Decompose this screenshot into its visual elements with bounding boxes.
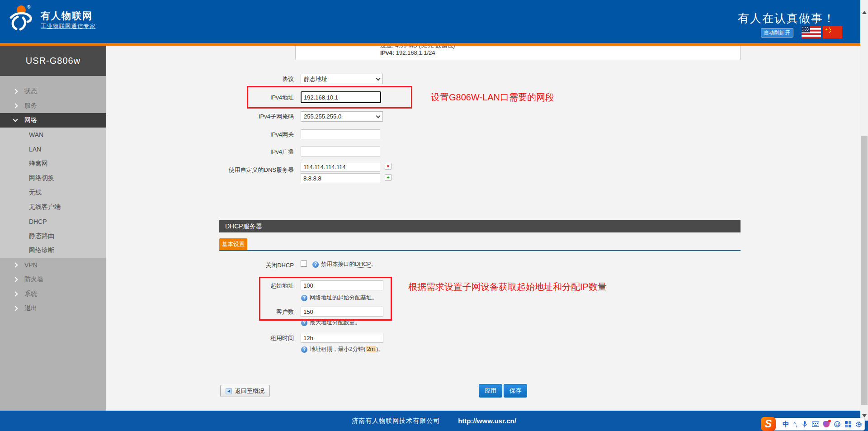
usr-person-logo-icon: ®: [6, 3, 35, 32]
disable-dhcp-checkbox[interactable]: [301, 260, 307, 267]
dns-label: 使用自定义的DNS服务器: [167, 166, 294, 174]
sidebar: USR-G806w 状态 服务 网络 WAN LAN 蜂窝网 网络切换 无线 无…: [0, 46, 106, 411]
footer-url[interactable]: http://www.usr.cn/: [458, 417, 516, 425]
skin-icon[interactable]: [823, 421, 830, 427]
broadcast-input[interactable]: [301, 147, 380, 156]
chevron-right-icon: [13, 262, 18, 267]
sidebar-item-status[interactable]: 状态: [0, 84, 106, 99]
sidebar-item-network[interactable]: 网络: [0, 113, 106, 128]
scroll-up-arrow-icon[interactable]: [862, 11, 867, 14]
netmask-label: IPv4子网掩码: [167, 113, 294, 121]
brand-title: 有人物联网: [41, 9, 93, 22]
sidebar-item-firewall[interactable]: 防火墙: [0, 272, 106, 287]
app-header: ® 有人物联网 工业物联网通信专家 有人在认真做事！ 自动刷新 开: [0, 0, 860, 43]
sidebar-item-system[interactable]: 系统: [0, 287, 106, 301]
auto-refresh-toggle[interactable]: 自动刷新 开: [761, 28, 793, 38]
broadcast-label: IPv4广播: [167, 148, 294, 156]
device-model-title: USR-G806w: [0, 46, 106, 76]
chevron-down-icon: [376, 114, 381, 118]
lease-time-label: 租用时间: [167, 334, 294, 342]
sidebar-item-vpn[interactable]: VPN: [0, 258, 106, 272]
sogou-logo-icon[interactable]: S: [761, 417, 776, 431]
dns-add-icon[interactable]: +: [385, 174, 392, 181]
ime-toolbar: S 中 °,: [764, 418, 865, 431]
microphone-icon[interactable]: [802, 421, 808, 428]
protocol-label: 协议: [167, 75, 294, 83]
back-to-overview-button[interactable]: ◄ 返回至概况: [220, 385, 270, 397]
ime-punctuation-mode[interactable]: °,: [793, 421, 797, 428]
dhcp-section-header: DHCP服务器: [219, 220, 741, 232]
brand-tagline: 工业物联网通信专家: [41, 23, 96, 30]
sidebar-item-diagnostics[interactable]: 网络诊断: [0, 243, 106, 258]
help-circle-icon: [301, 346, 307, 353]
keyboard-icon[interactable]: [812, 422, 819, 427]
sidebar-item-dhcp[interactable]: DHCP: [0, 214, 106, 229]
lease-time-hint: 地址租期，最小2分钟(2m)。: [301, 346, 384, 353]
annotation-rect-lan-ip: [247, 86, 412, 109]
gateway-label: IPv4网关: [167, 131, 294, 139]
vertical-scrollbar[interactable]: [860, 0, 868, 421]
lease-time-input[interactable]: [301, 333, 383, 343]
network-submenu: WAN LAN 蜂窝网 网络切换 无线 无线客户端 DHCP 静态路由 网络诊断: [0, 128, 106, 258]
sidebar-item-wan[interactable]: WAN: [0, 128, 106, 142]
settings-gear-icon[interactable]: [855, 421, 862, 428]
tab-basic-settings[interactable]: 基本设置: [219, 238, 247, 250]
protocol-select[interactable]: 静态地址: [301, 74, 383, 84]
chevron-right-icon: [13, 306, 18, 311]
tab-underline: [219, 250, 741, 251]
gateway-input[interactable]: [301, 129, 380, 139]
sidebar-item-logout[interactable]: 退出: [0, 301, 106, 316]
chevron-down-icon: [13, 117, 18, 122]
chevron-right-icon: [13, 291, 18, 296]
annotation-rect-dhcp-range: [259, 277, 392, 321]
overview-ipv4-line: IPv4: 192.168.1.1/24: [380, 49, 435, 56]
dns-delete-icon[interactable]: ×: [385, 163, 392, 170]
interface-overview-box: 发送: 4.99 MB (9292 数据包) IPv4: 192.168.1.1…: [295, 46, 741, 60]
sidebar-item-wireless-client[interactable]: 无线客户端: [0, 200, 106, 214]
sidebar-item-lan[interactable]: LAN: [0, 142, 106, 156]
chevron-right-icon: [13, 89, 18, 94]
us-flag-icon[interactable]: [802, 26, 821, 38]
disable-dhcp-hint: 禁用本接口的DHCP。: [312, 260, 377, 268]
chevron-right-icon: [13, 277, 18, 282]
toolbox-grid-icon[interactable]: [845, 421, 851, 427]
dns-input-1[interactable]: [301, 162, 380, 172]
svg-text:®: ®: [27, 5, 31, 9]
sidebar-item-services[interactable]: 服务: [0, 99, 106, 113]
scroll-down-arrow-icon[interactable]: [862, 414, 867, 417]
sidebar-item-static-routes[interactable]: 静态路由: [0, 229, 106, 243]
back-arrow-icon: ◄: [226, 388, 232, 394]
ime-chinese-mode[interactable]: 中: [783, 420, 789, 429]
save-button[interactable]: 保存: [504, 384, 527, 398]
header-slogan: 有人在认真做事！: [738, 11, 835, 26]
chevron-right-icon: [13, 103, 18, 108]
sidebar-item-wireless[interactable]: 无线: [0, 185, 106, 200]
page-footer: 济南有人物联网技术有限公司 http://www.usr.cn/: [0, 411, 868, 431]
lease-min-code: 2m: [366, 346, 376, 352]
help-circle-icon: [312, 261, 319, 268]
netmask-select[interactable]: 255.255.255.0: [301, 111, 383, 122]
footer-company: 济南有人物联网技术有限公司: [352, 417, 440, 425]
main-content: 发送: 4.99 MB (9292 数据包) IPv4: 192.168.1.1…: [106, 46, 860, 411]
sidebar-menu: 状态 服务 网络 WAN LAN 蜂窝网 网络切换 无线 无线客户端 DHCP …: [0, 76, 106, 316]
dns-input-2[interactable]: [301, 173, 380, 183]
apply-button[interactable]: 应用: [479, 384, 502, 398]
cn-flag-icon[interactable]: [823, 26, 842, 38]
annotation-lan-segment: 设置G806W-LAN口需要的网段: [431, 91, 554, 104]
disable-dhcp-label: 关闭DHCP: [167, 261, 294, 270]
annotation-dhcp-range: 根据需求设置子网设备获取起始地址和分配IP数量: [408, 281, 607, 293]
sidebar-item-network-switch[interactable]: 网络切换: [0, 171, 106, 185]
scrollbar-thumb[interactable]: [861, 136, 868, 405]
dhcp-term-link[interactable]: DHCP: [355, 261, 371, 268]
sidebar-item-cellular[interactable]: 蜂窝网: [0, 156, 106, 171]
chevron-down-icon: [376, 76, 381, 81]
emoji-face-icon[interactable]: [834, 421, 841, 427]
